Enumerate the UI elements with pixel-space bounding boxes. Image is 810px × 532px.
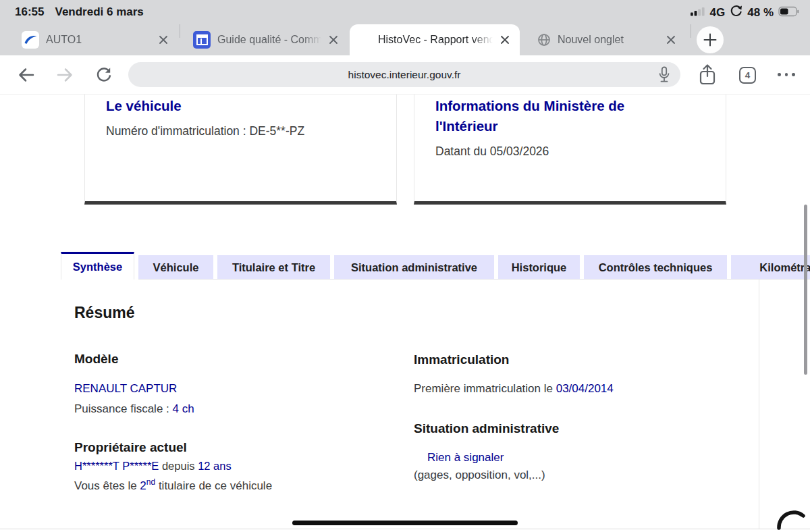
close-tab-icon[interactable] [328,34,339,45]
tab-title: HistoVec - Rapport vend [378,34,493,46]
model-name-link[interactable]: RENAULT CAPTUR [74,382,177,396]
battery-percent-label: 48 % [747,6,774,20]
browser-tab-auto1[interactable]: AUTO1 [12,24,178,55]
tab-titulaire-et-titre[interactable]: Titulaire et Titre [217,255,330,280]
back-button[interactable] [17,65,36,84]
panel-right-border [759,280,759,529]
first-registration-date: 03/04/2014 [556,382,614,395]
tab-count: 4 [745,70,751,80]
tabbar-bottom-line [138,279,810,280]
browser-tab-guide-qualite[interactable]: Guide qualité - Commen [184,24,348,55]
tab-controles-techniques[interactable]: Contrôles techniques [584,255,727,280]
tab-kilometrage[interactable]: Kilométrage [731,255,810,280]
browser-tab-new-tab[interactable]: Nouvel onglet [528,24,686,55]
admin-status-note: (gages, opposition, vol,...) [414,469,545,482]
owner-line: H*******T P*****E depuis 12 ans [74,460,232,473]
fiscal-power-value: 4 ch [173,402,194,415]
holder-line: Vous êtes le 2nd titulaire de ce véhicul… [74,477,272,493]
tab-historique[interactable]: Historique [498,255,580,280]
card-body: Numéro d'immatriculation : DE-5**-PZ [106,124,376,138]
cellular-signal-icon [691,6,705,20]
plus-icon [702,32,718,48]
tab-title: Guide qualité - Commen [217,34,321,46]
tab-switcher-button[interactable]: 4 [739,67,756,84]
reload-button[interactable] [94,65,113,84]
tab-situation-administrative[interactable]: Situation administrative [334,255,494,280]
fiscal-power-label: Puissance fiscale : [74,402,173,415]
overflow-menu-button[interactable] [778,73,795,76]
owner-name: H*******T P*****E [74,460,159,472]
tab-synthese[interactable]: Synthèse [61,252,134,280]
admin-status-heading: Situation administrative [414,421,559,436]
microphone-icon[interactable] [657,65,671,86]
tab-separator [180,24,180,38]
globe-icon [537,33,551,47]
loading-spinner-arc-icon [774,508,809,532]
browser-chrome-top: 16:55 Vendredi 6 mars 4G 48 % [0,0,810,55]
close-tab-icon[interactable] [500,34,510,45]
first-registration-line: Première immatriculation le 03/04/2014 [414,382,614,396]
ipad-browser-screen: 16:55 Vendredi 6 mars 4G 48 % [0,0,810,532]
report-tab-bar: Synthèse Véhicule Titulaire et Titre Sit… [61,252,810,280]
new-tab-button[interactable] [697,26,724,53]
tab-title: AUTO1 [46,34,151,46]
holder-ordinal-suffix: nd [146,477,155,487]
admin-status-link[interactable]: Rien à signaler [427,451,504,464]
battery-icon [778,6,799,20]
card-body: Datant du 05/03/2026 [435,144,705,159]
status-bar-left: 16:55 Vendredi 6 mars [15,5,144,19]
registration-heading: Immatriculation [414,352,509,367]
browser-navbar: histovec.interieur.gouv.fr 4 [0,55,810,95]
owner-since-value: 12 ans [198,460,232,472]
tab-vehicule[interactable]: Véhicule [138,255,213,280]
clock: 16:55 [15,5,44,19]
rotation-lock-icon [730,5,742,21]
home-indicator[interactable] [292,521,518,525]
owner-since-label: depuis [159,460,198,472]
bottom-hairline [0,529,810,529]
holder-suffix: titulaire de ce véhicule [155,479,272,492]
browser-tab-histovec-active[interactable]: HistoVec - Rapport vend [350,24,520,55]
owner-heading: Propriétaire actuel [74,440,187,455]
auto1-favicon-icon [22,31,39,49]
holder-ordinal: 2 [140,479,146,492]
card-title: Informations du Ministère de l'Intérieur [435,96,658,136]
vehicle-card: Le véhicule Numéro d'immatriculation : D… [84,95,397,205]
status-bar-right: 4G 48 % [691,5,799,21]
model-heading: Modèle [74,352,118,367]
holder-prefix: Vous êtes le [74,479,140,492]
close-tab-icon[interactable] [158,34,169,45]
card-title: Le véhicule [106,96,376,116]
fiscal-power-line: Puissance fiscale : 4 ch [74,402,194,416]
french-flag-favicon-icon [359,36,371,44]
first-registration-label: Première immatriculation le [414,382,556,395]
address-bar[interactable]: histovec.interieur.gouv.fr [128,62,680,87]
tab-title: Nouvel onglet [558,34,659,46]
url-text: histovec.interieur.gouv.fr [348,69,461,81]
date: Vendredi 6 mars [55,5,143,19]
forward-button[interactable] [55,65,74,84]
summary-heading: Résumé [74,304,134,322]
close-tab-icon[interactable] [666,34,676,45]
vertical-scrollbar[interactable] [804,205,807,375]
network-type-label: 4G [710,6,726,20]
share-icon[interactable] [697,63,718,87]
ministry-info-card: Informations du Ministère de l'Intérieur… [414,95,726,205]
guide-doc-favicon-icon [193,31,211,49]
tab-separator [691,24,691,38]
